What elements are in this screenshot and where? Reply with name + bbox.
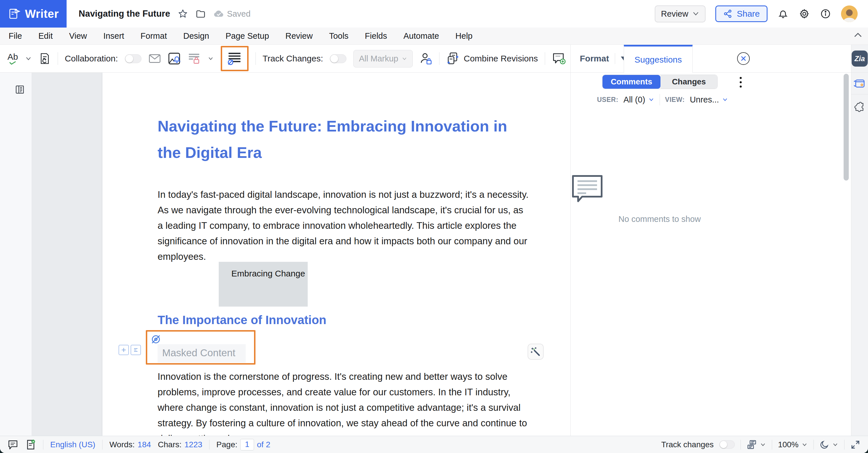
collapse-toolbar-chevron-up-icon[interactable] — [853, 32, 863, 38]
left-rail — [0, 72, 32, 436]
comments-empty-state: No comments to show — [570, 174, 749, 224]
callout-text: Embracing Change — [231, 269, 305, 278]
page-indicator: Page: of 2 — [216, 439, 270, 450]
toolbar: Ab Collaboration: — [0, 45, 851, 72]
menu-design[interactable]: Design — [183, 31, 209, 41]
menu-help[interactable]: Help — [456, 31, 473, 41]
page-view-icon — [747, 440, 757, 450]
document-paragraph-1[interactable]: In today's fast-paced digital landscape,… — [158, 187, 531, 264]
menu-view[interactable]: View — [69, 31, 87, 41]
zia-assistant-button[interactable]: Zia — [851, 51, 868, 67]
theme-selector[interactable] — [819, 440, 838, 450]
magic-wand-icon — [530, 346, 541, 357]
block-options-icon[interactable] — [131, 345, 141, 355]
view-mode-selector[interactable] — [747, 440, 766, 450]
menu-fields[interactable]: Fields — [365, 31, 387, 41]
side-panel-header: Format Suggestions ✕ — [570, 45, 851, 72]
extensions-puzzle-icon[interactable] — [854, 102, 865, 113]
chevron-down-icon — [832, 443, 838, 447]
word-count[interactable]: Words: 184 — [110, 440, 151, 449]
app-name: Writer — [25, 7, 59, 20]
close-panel-icon[interactable]: ✕ — [737, 52, 750, 65]
magic-wand-button[interactable] — [528, 343, 544, 360]
callout-box[interactable]: Embracing Change — [219, 262, 308, 307]
track-changes-status-toggle[interactable] — [719, 441, 735, 449]
review-mode-button[interactable]: Review — [655, 5, 706, 22]
eye-off-icon — [150, 334, 162, 345]
chevron-down-icon — [648, 98, 654, 102]
document-heading-1[interactable]: Navigating the Future: Embracing Innovat… — [158, 113, 522, 165]
mask-content-highlight-box — [221, 46, 249, 71]
settings-gear-icon[interactable] — [799, 8, 810, 20]
folder-icon[interactable] — [195, 9, 206, 19]
mask-content-icon[interactable] — [227, 51, 242, 66]
zoom-selector[interactable]: 100% — [778, 440, 808, 449]
comments-status-icon[interactable] — [7, 440, 19, 450]
spell-check-icon[interactable]: Ab — [7, 53, 18, 65]
char-count[interactable]: Chars: 1223 — [158, 440, 203, 449]
user-filter-dropdown[interactable]: All (0) — [623, 95, 654, 104]
menu-file[interactable]: File — [9, 31, 22, 41]
tab-suggestions[interactable]: Suggestions — [624, 45, 693, 72]
tab-comments[interactable]: Comments — [602, 75, 660, 89]
menu-review[interactable]: Review — [285, 31, 313, 41]
notify-image-bell-icon[interactable] — [168, 52, 181, 65]
fullscreen-icon[interactable] — [850, 440, 861, 450]
track-changes-label: Track Changes: — [262, 54, 323, 63]
combine-revisions-button[interactable]: Combine Revisions — [446, 52, 538, 65]
share-button[interactable]: Share — [715, 5, 768, 22]
chevron-down-icon[interactable] — [25, 56, 32, 61]
menu-page-setup[interactable]: Page Setup — [226, 31, 269, 41]
menu-edit[interactable]: Edit — [38, 31, 53, 41]
page-label: Page: — [216, 440, 237, 449]
track-changes-toggle[interactable] — [330, 54, 346, 63]
view-filter-dropdown[interactable]: Unres... — [690, 95, 728, 104]
comments-changes-segmented-control: Comments Changes — [602, 74, 718, 89]
panel-scrollbar[interactable] — [844, 74, 849, 181]
language-selector[interactable]: English (US) — [50, 440, 95, 449]
menu-tools[interactable]: Tools — [329, 31, 348, 41]
collaboration-label: Collaboration: — [65, 54, 118, 63]
lock-content-icon[interactable] — [187, 52, 200, 65]
document-paragraph-2[interactable]: Innovation is the cornerstone of progres… — [158, 369, 531, 436]
view-filter-label: VIEW: — [665, 96, 685, 103]
writer-logo[interactable]: Writer — [0, 0, 67, 28]
info-icon[interactable] — [820, 8, 831, 20]
add-block-plus-icon[interactable] — [119, 345, 129, 355]
masked-content-highlight[interactable]: Masked Content — [146, 330, 255, 365]
markup-dropdown[interactable]: All Markup — [353, 50, 413, 67]
words-value: 184 — [137, 440, 151, 449]
cloud-saved-icon — [213, 9, 224, 18]
empty-state-text: No comments to show — [570, 214, 749, 224]
notebook-icon[interactable] — [854, 79, 865, 89]
format-panel-button[interactable]: Format — [580, 54, 609, 63]
markup-dropdown-value: All Markup — [359, 54, 398, 63]
email-envelope-icon[interactable] — [148, 53, 161, 64]
page-number-input[interactable] — [240, 439, 254, 450]
proofing-doc-check-icon[interactable] — [25, 439, 36, 450]
notifications-bell-icon[interactable] — [777, 8, 789, 20]
save-status: Saved — [213, 9, 251, 19]
chevron-down-icon[interactable] — [208, 57, 214, 61]
document-heading-2[interactable]: The Importance of Innovation — [158, 313, 327, 327]
menu-automate[interactable]: Automate — [403, 31, 439, 41]
favorite-star-icon[interactable] — [178, 9, 188, 19]
suggestions-tab-label: Suggestions — [634, 55, 682, 65]
user-avatar[interactable] — [841, 5, 858, 22]
document-title[interactable]: Navigating the Future — [79, 9, 170, 19]
chevron-down-icon — [760, 443, 766, 447]
document-history-icon[interactable] — [39, 52, 51, 65]
reviewer-lock-icon[interactable] — [420, 52, 432, 65]
dark-mode-moon-icon — [819, 440, 829, 450]
review-button-label: Review — [661, 9, 688, 19]
saved-label: Saved — [227, 9, 251, 19]
document-panel-icon[interactable] — [8, 85, 32, 94]
tab-changes[interactable]: Changes — [660, 75, 717, 89]
chevron-down-icon — [692, 11, 699, 16]
add-comment-icon[interactable] — [552, 52, 566, 65]
menu-insert[interactable]: Insert — [103, 31, 124, 41]
panel-more-options-kebab-icon[interactable] — [735, 76, 746, 89]
menu-format[interactable]: Format — [141, 31, 167, 41]
document-page[interactable]: Navigating the Future: Embracing Innovat… — [102, 72, 570, 436]
collaboration-toggle[interactable] — [125, 54, 142, 63]
